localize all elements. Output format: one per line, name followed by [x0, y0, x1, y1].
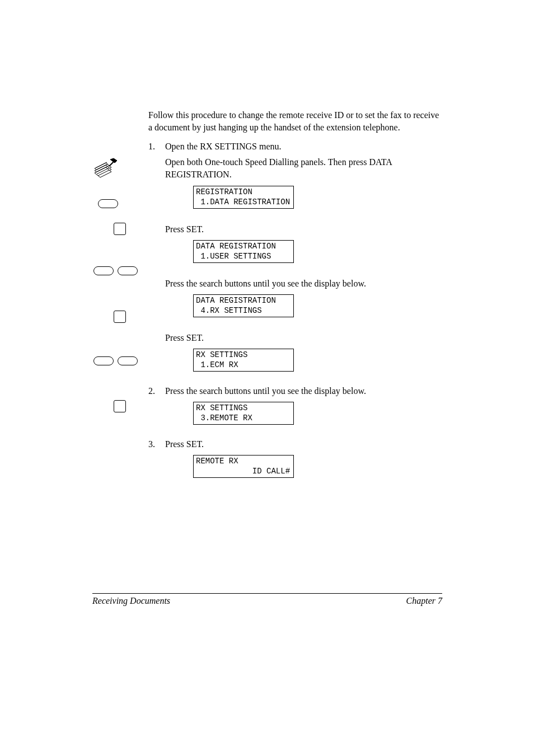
footer-left: Receiving Documents: [92, 596, 170, 606]
intro-paragraph: Follow this procedure to change the remo…: [148, 109, 445, 133]
step-1-sub-3-text: Press the search buttons until you see t…: [165, 279, 445, 289]
step-number: 3.: [148, 439, 165, 449]
page-footer: Receiving Documents Chapter 7: [92, 593, 442, 606]
lcd-display: RX SETTINGS 3.REMOTE RX: [193, 402, 294, 425]
step-1: 1. Open the RX SETTINGS menu.: [148, 142, 445, 152]
lcd-display: DATA REGISTRATION 4.RX SETTINGS: [193, 294, 294, 317]
lcd-display: REGISTRATION 1.DATA REGISTRATION: [193, 186, 294, 209]
open-panel-icon: [92, 157, 119, 183]
data-registration-button-icon: [98, 199, 118, 208]
step-text: Press the search buttons until you see t…: [165, 386, 445, 396]
search-left-button-icon: [93, 356, 114, 365]
step-2: 2. Press the search buttons until you se…: [148, 386, 445, 396]
content-area: Follow this procedure to change the remo…: [92, 109, 445, 482]
search-left-button-icon: [93, 266, 114, 275]
footer-right: Chapter 7: [406, 596, 442, 606]
step-number: 1.: [148, 142, 165, 152]
step-number: 2.: [148, 386, 165, 396]
search-right-button-icon: [118, 266, 138, 275]
step-1-sub-2-text: Press SET.: [165, 224, 445, 234]
set-button-icon: [114, 400, 126, 412]
step-1-sub-1-text: Open both One-touch Speed Dialling panel…: [165, 156, 445, 180]
lcd-display: REMOTE RX ID CALL#: [193, 455, 294, 478]
step-text: Open the RX SETTINGS menu.: [165, 142, 445, 152]
step-text: Press SET.: [165, 439, 445, 449]
step-3: 3. Press SET.: [148, 439, 445, 449]
step-1-sub-4-text: Press SET.: [165, 333, 445, 343]
lcd-display: DATA REGISTRATION 1.USER SETTINGS: [193, 240, 294, 263]
set-button-icon: [114, 311, 126, 323]
set-button-icon: [114, 223, 126, 235]
search-right-button-icon: [118, 356, 138, 365]
lcd-display: RX SETTINGS 1.ECM RX: [193, 349, 294, 372]
